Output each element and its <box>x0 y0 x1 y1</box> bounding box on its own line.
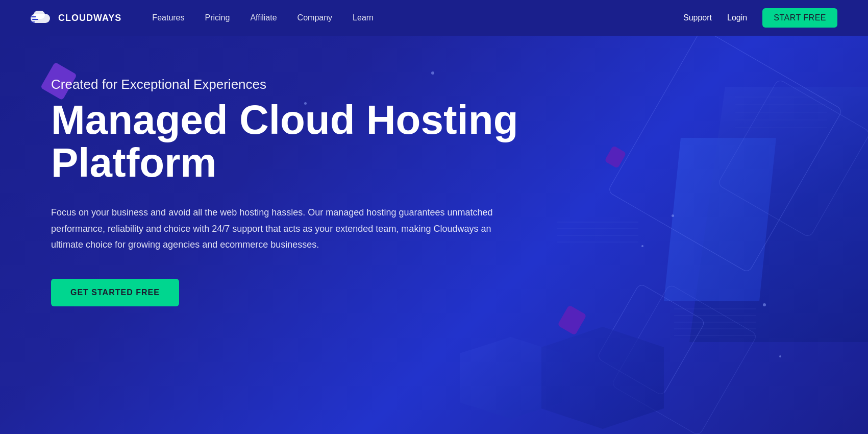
hero-title: Managed Cloud HostingPlatform <box>51 99 518 184</box>
get-started-button[interactable]: GET STARTED FREE <box>51 279 179 306</box>
nav-login-link[interactable]: Login <box>727 13 747 22</box>
nav-item-learn[interactable]: Learn <box>353 13 374 22</box>
dot-5 <box>763 303 766 306</box>
hex-outline-1 <box>607 36 843 273</box>
start-free-button[interactable]: START FREE <box>762 8 837 28</box>
navbar: CLOUDWAYS Features Pricing Affiliate Com… <box>0 0 868 36</box>
nav-right: Support Login START FREE <box>683 8 837 28</box>
logo-icon <box>31 10 53 26</box>
svg-rect-1 <box>34 11 45 19</box>
box-right-medium <box>664 138 776 301</box>
diag-lines-3 <box>557 214 649 255</box>
dot-3 <box>672 214 674 217</box>
nav-item-pricing[interactable]: Pricing <box>205 13 230 22</box>
purple-hex-3 <box>557 305 587 335</box>
dot-1 <box>431 71 434 75</box>
hex-outline-3 <box>597 283 706 396</box>
dot-6 <box>779 355 781 357</box>
hex-outline-4 <box>611 283 758 434</box>
cube-bottom-left <box>460 337 562 419</box>
box-right-large <box>689 87 868 342</box>
nav-item-company[interactable]: Company <box>297 13 332 22</box>
nav-item-features[interactable]: Features <box>152 13 184 22</box>
purple-hex-2 <box>604 146 626 168</box>
nav-support-link[interactable]: Support <box>683 13 712 22</box>
diag-lines <box>735 87 837 240</box>
diag-lines-2 <box>674 301 766 342</box>
logo-text: CLOUDWAYS <box>58 13 121 23</box>
dot-4 <box>641 245 643 247</box>
hero-description: Focus on your business and avoid all the… <box>51 205 495 253</box>
hero-section: Created for Exceptional Experiences Mana… <box>0 36 868 434</box>
hex-outline-2 <box>717 79 868 238</box>
nav-item-affiliate[interactable]: Affiliate <box>250 13 277 22</box>
nav-links: Features Pricing Affiliate Company Learn <box>152 13 683 22</box>
cube-bottom-right <box>541 327 664 429</box>
hero-subtitle: Created for Exceptional Experiences <box>51 77 518 92</box>
hero-content: Created for Exceptional Experiences Mana… <box>51 77 518 306</box>
logo[interactable]: CLOUDWAYS <box>31 10 121 26</box>
